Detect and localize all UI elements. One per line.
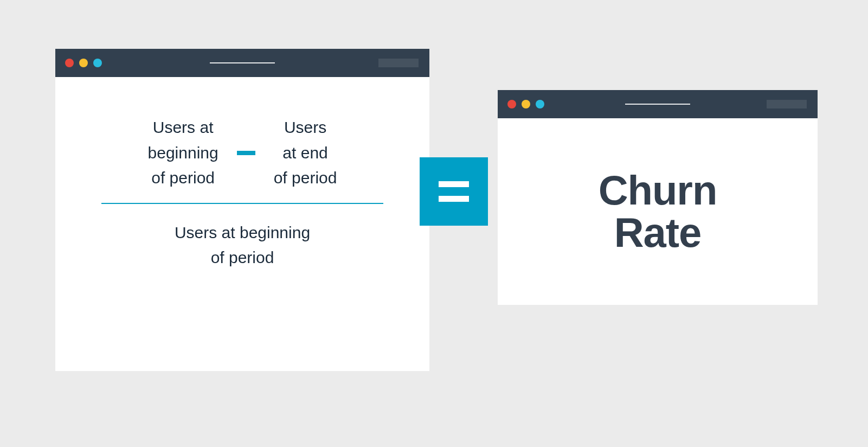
diagram-stage: Users atbeginningof period Usersat endof… (0, 0, 868, 447)
equals-icon (420, 157, 488, 226)
minimize-icon (79, 59, 88, 67)
close-icon (507, 100, 516, 108)
numerator-left: Users atbeginningof period (148, 115, 218, 191)
traffic-lights (65, 59, 102, 67)
maximize-icon (93, 59, 102, 67)
equals-bar (439, 181, 469, 187)
formula-denominator: Users at beginningof period (82, 220, 402, 271)
window-titlebar (55, 49, 429, 77)
titlebar-divider (625, 104, 690, 105)
result-body: ChurnRate (498, 118, 818, 305)
fraction-line (101, 203, 383, 204)
titlebar-pill (378, 59, 419, 67)
formula-numerator: Users atbeginningof period Usersat endof… (82, 115, 402, 191)
titlebar-divider (210, 62, 275, 63)
traffic-lights (507, 100, 544, 108)
titlebar-pill (767, 100, 807, 108)
formula-window: Users atbeginningof period Usersat endof… (55, 49, 429, 371)
minimize-icon (522, 100, 530, 108)
maximize-icon (536, 100, 544, 108)
close-icon (65, 59, 74, 67)
result-window: ChurnRate (498, 90, 818, 305)
window-titlebar (498, 90, 818, 118)
result-label: ChurnRate (599, 169, 717, 253)
numerator-right: Usersat endof period (274, 115, 337, 191)
minus-icon (237, 151, 255, 155)
equals-bar (439, 196, 469, 202)
churn-formula: Users atbeginningof period Usersat endof… (55, 77, 429, 271)
